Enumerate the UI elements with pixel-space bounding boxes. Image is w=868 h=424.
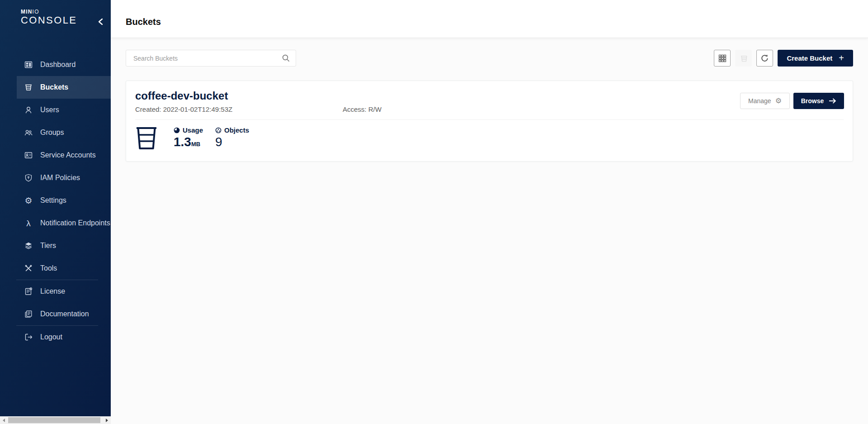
bucket-card-body: Usage 1.3MB Objects 9 xyxy=(126,120,853,161)
objects-label: Objects xyxy=(224,126,249,134)
logo-brand-bold: MIN xyxy=(21,9,33,15)
bucket-meta-row: Created: 2022-01-02T12:49:53Z Access: R/… xyxy=(135,105,844,113)
chevron-left-icon xyxy=(98,18,104,25)
browse-label: Browse xyxy=(801,97,824,105)
sidebar-item-tools[interactable]: Tools xyxy=(0,257,111,280)
browse-button[interactable]: Browse xyxy=(793,93,844,109)
bucket-name-link[interactable]: coffee-dev-bucket xyxy=(135,90,228,102)
sidebar-item-users[interactable]: Users xyxy=(0,99,111,121)
list-view-button[interactable] xyxy=(735,50,752,67)
scroll-right-button[interactable] xyxy=(103,416,111,424)
grid-view-icon xyxy=(718,54,727,63)
refresh-icon xyxy=(760,53,769,63)
scroll-left-icon xyxy=(3,419,5,422)
sidebar-item-label: Tools xyxy=(40,264,57,272)
page-title: Buckets xyxy=(126,17,161,27)
sidebar-item-label: Users xyxy=(40,106,59,114)
logo-brand: MINIO xyxy=(21,9,111,14)
logo-brand-thin: IO xyxy=(33,9,39,15)
sidebar-item-label: Buckets xyxy=(40,83,68,91)
sidebar-item-documentation[interactable]: Documentation xyxy=(0,303,111,325)
collapse-sidebar-button[interactable] xyxy=(96,17,105,26)
objects-metric: Objects 9 xyxy=(215,126,249,149)
sidebar-item-tiers[interactable]: Tiers xyxy=(0,234,111,257)
search-box xyxy=(126,50,296,67)
create-bucket-label: Create Bucket xyxy=(787,54,832,62)
minio-console-logo: MINIO CONSOLE xyxy=(0,0,111,25)
tools-icon xyxy=(24,264,33,273)
sidebar-item-notification-endpoints[interactable]: λ Notification Endpoints xyxy=(0,212,111,234)
search-input[interactable] xyxy=(132,54,282,62)
buckets-toolbar: Create Bucket + xyxy=(126,50,853,67)
sidebar-item-iam-policies[interactable]: IAM Policies xyxy=(0,167,111,189)
main: Create Bucket + coffee-dev-bucket Create… xyxy=(111,38,868,424)
shield-icon xyxy=(24,173,33,182)
usage-value: 1.3MB xyxy=(174,135,206,149)
sidebar-item-label: Settings xyxy=(40,196,66,205)
usage-icon xyxy=(174,127,180,133)
sidebar: MINIO CONSOLE Dashboard Buckets Users xyxy=(0,0,111,416)
manage-label: Manage xyxy=(748,97,771,105)
usage-unit: MB xyxy=(191,141,200,148)
grid-view-button[interactable] xyxy=(714,50,731,67)
arrow-right-icon xyxy=(829,98,836,104)
bucket-created: Created: 2022-01-02T12:49:53Z xyxy=(135,105,343,113)
groups-icon xyxy=(24,128,33,137)
usage-label: Usage xyxy=(183,126,203,134)
toolbar-actions: Create Bucket + xyxy=(714,50,853,67)
scrollbar-thumb[interactable] xyxy=(8,417,100,423)
sidebar-item-label: Groups xyxy=(40,129,64,137)
manage-button[interactable]: Manage ⚙ xyxy=(740,93,790,109)
service-accounts-icon xyxy=(24,151,33,160)
objects-icon xyxy=(215,127,222,133)
bucket-icon xyxy=(135,126,158,150)
usage-metric: Usage 1.3MB xyxy=(174,126,206,149)
sidebar-item-dashboard[interactable]: Dashboard xyxy=(0,53,111,76)
bucket-card: coffee-dev-bucket Created: 2022-01-02T12… xyxy=(126,81,853,162)
book-icon xyxy=(24,310,33,319)
lambda-icon: λ xyxy=(24,219,33,228)
sidebar-item-label: IAM Policies xyxy=(40,174,80,182)
sidebar-item-label: License xyxy=(40,287,65,295)
sidebar-item-groups[interactable]: Groups xyxy=(0,121,111,144)
create-bucket-button[interactable]: Create Bucket + xyxy=(778,50,853,67)
objects-value: 9 xyxy=(215,135,249,149)
sidebar-item-label: Notification Endpoints xyxy=(40,219,110,227)
refresh-button[interactable] xyxy=(756,50,773,67)
logout-icon xyxy=(24,333,33,342)
buckets-icon xyxy=(24,83,33,92)
gear-icon: ⚙ xyxy=(775,97,782,105)
scroll-right-icon xyxy=(106,419,108,422)
sidebar-item-label: Logout xyxy=(40,333,62,341)
plus-icon: + xyxy=(839,53,844,62)
sidebar-item-logout[interactable]: Logout xyxy=(0,326,111,348)
scroll-left-button[interactable] xyxy=(0,416,8,424)
sidebar-item-label: Service Accounts xyxy=(40,151,96,159)
sidebar-item-license[interactable]: License xyxy=(0,280,111,303)
users-icon xyxy=(24,105,33,114)
bucket-access: Access: R/W xyxy=(343,105,382,113)
gear-icon: ⚙ xyxy=(24,196,33,205)
sidebar-item-buckets[interactable]: Buckets xyxy=(0,76,111,99)
sidebar-menu: Dashboard Buckets Users Groups Service A… xyxy=(0,53,111,348)
objects-metric-label-row: Objects xyxy=(215,126,249,134)
sidebar-item-service-accounts[interactable]: Service Accounts xyxy=(0,144,111,167)
dashboard-icon xyxy=(24,60,33,69)
sidebar-item-label: Dashboard xyxy=(40,61,75,69)
bucket-list-icon xyxy=(739,53,749,63)
sidebar-item-label: Documentation xyxy=(40,310,89,318)
sidebar-horizontal-scrollbar xyxy=(0,416,111,424)
search-icon xyxy=(282,54,290,62)
license-icon xyxy=(24,287,33,296)
sidebar-item-label: Tiers xyxy=(40,242,56,250)
layers-icon xyxy=(24,241,33,250)
page-header: Buckets xyxy=(111,0,868,38)
usage-metric-label-row: Usage xyxy=(174,126,206,134)
scrollbar-track[interactable] xyxy=(8,416,103,424)
sidebar-item-settings[interactable]: ⚙ Settings xyxy=(0,189,111,212)
bucket-card-actions: Manage ⚙ Browse xyxy=(740,93,844,109)
